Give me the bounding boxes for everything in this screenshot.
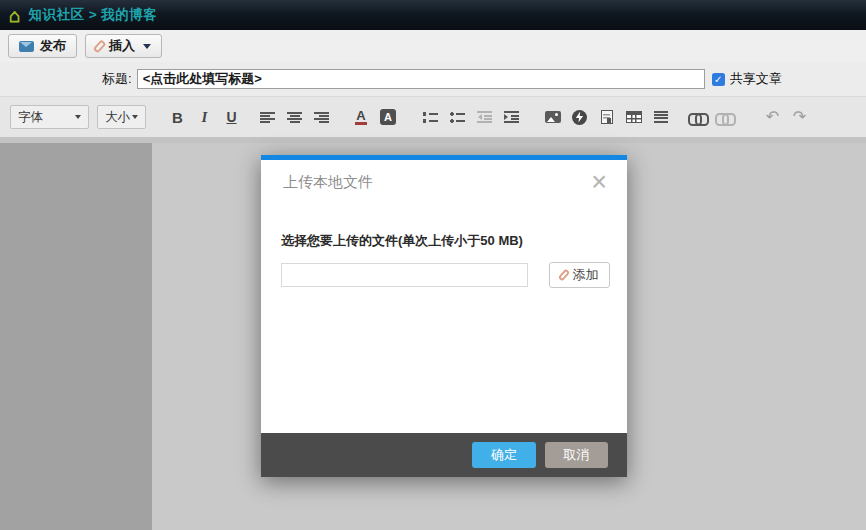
ok-button[interactable]: 确定 bbox=[472, 442, 536, 468]
insert-flash-button[interactable] bbox=[566, 104, 593, 131]
cancel-button[interactable]: 取消 bbox=[545, 442, 608, 468]
share-checkbox[interactable] bbox=[712, 73, 725, 86]
text-color-icon: A bbox=[355, 109, 366, 125]
envelope-icon bbox=[19, 41, 34, 52]
blog-editor-app: ⌂ 知识社区 > 我的博客 发布 插入 标题: 共享文章 字体 大小 B I bbox=[0, 0, 866, 530]
font-dropdown[interactable]: 字体 bbox=[10, 105, 89, 129]
underline-button[interactable]: U bbox=[218, 104, 245, 131]
align-left-icon bbox=[260, 112, 275, 123]
dialog-body: 选择您要上传的文件(单次上传小于50 MB) 添加 bbox=[261, 204, 627, 433]
flash-icon bbox=[572, 110, 587, 125]
align-right-button[interactable] bbox=[308, 104, 335, 131]
unordered-list-icon bbox=[450, 112, 465, 123]
file-row: 添加 bbox=[281, 262, 610, 288]
bold-button[interactable]: B bbox=[164, 104, 191, 131]
add-file-button[interactable]: 添加 bbox=[549, 262, 610, 288]
chevron-down-icon bbox=[143, 44, 151, 49]
insert-button-label: 插入 bbox=[109, 37, 135, 55]
indent-button[interactable] bbox=[498, 104, 525, 131]
paperclip-icon bbox=[93, 39, 107, 53]
background-color-icon: A bbox=[380, 109, 396, 125]
indent-icon bbox=[504, 111, 519, 123]
publish-button-label: 发布 bbox=[40, 37, 66, 55]
paperclip-icon bbox=[557, 269, 569, 282]
line-height-button[interactable] bbox=[647, 104, 674, 131]
unordered-list-button[interactable] bbox=[444, 104, 471, 131]
dialog-footer: 确定 取消 bbox=[261, 433, 627, 477]
bold-icon: B bbox=[172, 109, 183, 126]
dialog-title: 上传本地文件 bbox=[283, 173, 373, 192]
title-label: 标题: bbox=[102, 70, 132, 88]
outdent-button[interactable] bbox=[471, 104, 498, 131]
text-color-button[interactable]: A bbox=[349, 104, 376, 131]
align-left-button[interactable] bbox=[254, 104, 281, 131]
dialog-header: 上传本地文件 × bbox=[261, 160, 627, 204]
size-dropdown[interactable]: 大小 bbox=[97, 105, 146, 129]
image-icon bbox=[545, 111, 561, 123]
title-input[interactable] bbox=[137, 69, 705, 89]
format-toolbar: 字体 大小 B I U A A ↶ ↷ bbox=[0, 96, 866, 137]
file-path-input[interactable] bbox=[281, 263, 528, 287]
close-icon[interactable]: × bbox=[591, 171, 607, 193]
italic-icon: I bbox=[202, 109, 208, 126]
redo-button[interactable]: ↷ bbox=[786, 104, 813, 131]
outdent-icon bbox=[477, 111, 492, 123]
file-icon bbox=[601, 110, 613, 124]
insert-table-button[interactable] bbox=[620, 104, 647, 131]
insert-button[interactable]: 插入 bbox=[85, 34, 162, 58]
editor-left-margin bbox=[0, 143, 152, 530]
home-icon[interactable]: ⌂ bbox=[9, 6, 20, 25]
insert-image-button[interactable] bbox=[539, 104, 566, 131]
underline-icon: U bbox=[226, 109, 236, 125]
title-row: 标题: 共享文章 bbox=[0, 62, 866, 96]
publish-button[interactable]: 发布 bbox=[8, 34, 77, 58]
share-label: 共享文章 bbox=[730, 70, 782, 88]
align-center-icon bbox=[287, 112, 302, 123]
unlink-icon bbox=[715, 113, 732, 122]
italic-button[interactable]: I bbox=[191, 104, 218, 131]
breadcrumb[interactable]: 知识社区 > 我的博客 bbox=[28, 6, 157, 24]
chevron-down-icon bbox=[75, 115, 81, 119]
insert-link-button[interactable] bbox=[683, 104, 710, 131]
line-height-icon bbox=[654, 111, 668, 123]
link-icon bbox=[688, 113, 705, 122]
add-file-button-label: 添加 bbox=[573, 266, 599, 284]
size-dropdown-label: 大小 bbox=[105, 109, 130, 126]
insert-file-button[interactable] bbox=[593, 104, 620, 131]
align-right-icon bbox=[314, 112, 329, 123]
upload-dialog: 上传本地文件 × 选择您要上传的文件(单次上传小于50 MB) 添加 确定 取消 bbox=[261, 155, 627, 477]
ordered-list-button[interactable] bbox=[417, 104, 444, 131]
align-center-button[interactable] bbox=[281, 104, 308, 131]
unlink-button[interactable] bbox=[710, 104, 737, 131]
font-dropdown-label: 字体 bbox=[18, 109, 43, 126]
file-hint-text: 选择您要上传的文件(单次上传小于50 MB) bbox=[281, 232, 610, 250]
redo-icon: ↷ bbox=[793, 109, 806, 125]
undo-icon: ↶ bbox=[766, 109, 779, 125]
table-icon bbox=[626, 111, 642, 123]
action-toolbar: 发布 插入 bbox=[0, 30, 866, 62]
chevron-down-icon bbox=[132, 115, 138, 119]
top-navbar: ⌂ 知识社区 > 我的博客 bbox=[0, 0, 866, 30]
ordered-list-icon bbox=[423, 112, 438, 123]
background-color-button[interactable]: A bbox=[376, 104, 403, 131]
undo-button[interactable]: ↶ bbox=[759, 104, 786, 131]
